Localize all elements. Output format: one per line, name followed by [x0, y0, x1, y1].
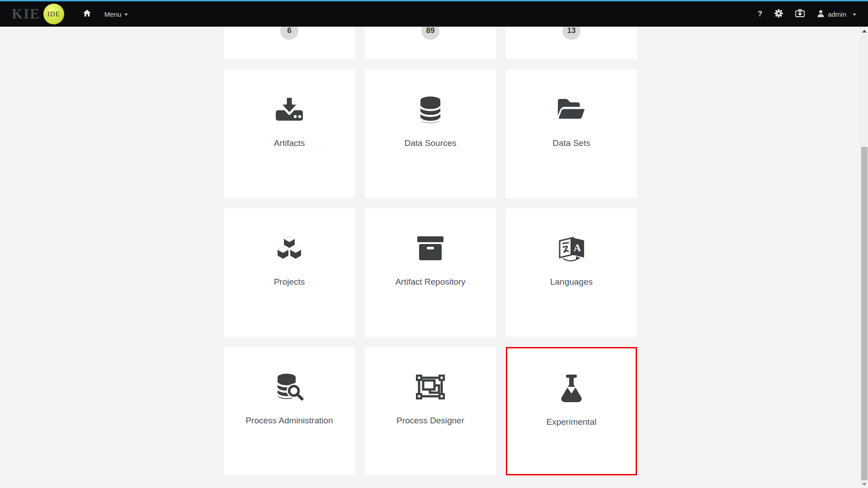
- download-icon: [273, 95, 306, 125]
- navbar: KIE IDE Menu ?: [0, 1, 868, 27]
- archive-icon: [414, 234, 447, 263]
- card-label: Artifacts: [274, 138, 305, 148]
- database-icon: [414, 95, 447, 125]
- cubes-icon: [273, 234, 306, 263]
- card-label: Languages: [550, 277, 593, 287]
- card-artifact-repository[interactable]: Artifact Repository: [365, 208, 496, 337]
- flask-icon: [555, 374, 588, 404]
- ide-logo-badge: IDE: [43, 4, 64, 24]
- card-languages[interactable]: A Languages: [506, 208, 637, 337]
- vertical-scrollbar[interactable]: [860, 27, 868, 488]
- navbar-utilities: ?: [758, 9, 856, 19]
- user-menu[interactable]: admin: [817, 9, 856, 19]
- help-icon: ?: [758, 10, 762, 18]
- card-cutoff[interactable]: 13: [506, 27, 637, 59]
- card-cutoff[interactable]: 6: [224, 27, 355, 59]
- admin-kit-button[interactable]: [795, 9, 805, 19]
- help-button[interactable]: ?: [758, 10, 762, 18]
- database-search-icon: [273, 372, 306, 402]
- card-projects[interactable]: Projects: [224, 208, 355, 337]
- card-data-sets[interactable]: Data Sets: [506, 70, 637, 198]
- home-icon: [83, 9, 91, 19]
- gear-icon: [774, 9, 783, 19]
- folder-open-icon: [555, 95, 588, 125]
- card-label: Artifact Repository: [395, 277, 465, 287]
- ide-logo-label: IDE: [47, 10, 60, 18]
- card-label: Process Administration: [245, 416, 333, 426]
- count-badge: 6: [280, 27, 298, 40]
- home-button[interactable]: [83, 9, 91, 19]
- card-label: Data Sources: [404, 138, 456, 148]
- kie-logo-text: KIE: [12, 6, 40, 22]
- object-group-icon: [414, 372, 447, 402]
- language-icon: A: [555, 234, 588, 263]
- card-cutoff[interactable]: 89: [365, 27, 496, 59]
- main-content: 6 89 13 Artifacts Data Sources Data Sets…: [0, 27, 868, 488]
- card-experimental[interactable]: Experimental: [506, 347, 637, 475]
- window-accent-bar: [0, 0, 868, 1]
- card-label: Process Designer: [396, 416, 464, 426]
- menu-label: Menu: [104, 10, 122, 18]
- menu-dropdown[interactable]: Menu: [104, 10, 128, 18]
- card-label: Data Sets: [552, 138, 590, 148]
- card-label: Projects: [274, 277, 305, 287]
- chevron-down-icon: [124, 14, 128, 16]
- scrollbar-thumb[interactable]: [861, 147, 868, 480]
- card-artifacts[interactable]: Artifacts: [224, 70, 355, 198]
- svg-text:A: A: [574, 242, 581, 253]
- settings-button[interactable]: [774, 9, 783, 19]
- scroll-down-arrow-icon[interactable]: [862, 483, 867, 486]
- card-process-designer[interactable]: Process Designer: [365, 347, 496, 475]
- card-label: Experimental: [547, 417, 597, 427]
- count-badge: 89: [421, 27, 439, 40]
- user-icon: [817, 9, 825, 19]
- brand-logo[interactable]: KIE IDE: [12, 4, 64, 24]
- count-badge: 13: [562, 27, 580, 40]
- card-data-sources[interactable]: Data Sources: [365, 70, 496, 198]
- scroll-up-arrow-icon[interactable]: [862, 30, 867, 33]
- user-label: admin: [828, 10, 846, 18]
- card-process-administration[interactable]: Process Administration: [224, 347, 355, 475]
- medkit-icon: [795, 9, 805, 19]
- chevron-down-icon: [853, 14, 856, 16]
